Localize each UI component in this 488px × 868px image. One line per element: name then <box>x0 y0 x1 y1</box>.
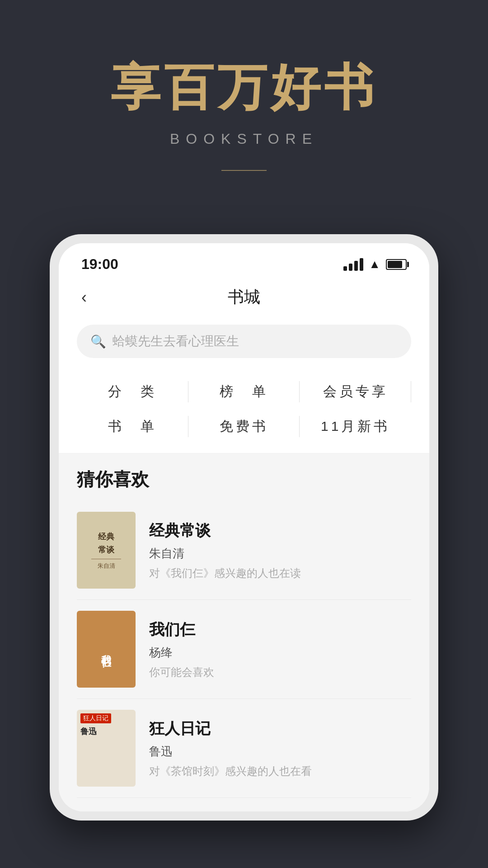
back-button[interactable]: ‹ <box>81 288 87 307</box>
book-cover-1: 经典常谈 朱自清 <box>77 512 136 589</box>
category-item-classify[interactable]: 分 类 <box>77 374 188 409</box>
book-desc-2: 你可能会喜欢 <box>149 665 214 679</box>
hero-subtitle: BOOKSTORE <box>170 131 318 147</box>
status-bar: 19:00 ▲ <box>59 243 429 277</box>
battery-icon <box>386 259 407 270</box>
book-info-1: 经典常谈 朱自清 对《我们仨》感兴趣的人也在读 <box>149 512 301 589</box>
category-item-booklist[interactable]: 书 单 <box>77 409 188 444</box>
category-item-vip[interactable]: 会员专享 <box>300 374 411 409</box>
book-item-2[interactable]: 我们仨 我们仨 杨绛 你可能会喜欢 <box>77 600 411 699</box>
hero-section: 享百万好书 BOOKSTORE <box>0 0 488 207</box>
hero-divider <box>221 170 267 171</box>
book-desc-1: 对《我们仨》感兴趣的人也在读 <box>149 566 301 580</box>
book-author-3: 鲁迅 <box>149 744 312 760</box>
signal-icon <box>343 258 363 271</box>
category-item-newbooks[interactable]: 11月新书 <box>300 409 411 444</box>
category-item-free[interactable]: 免费书 <box>188 409 300 444</box>
status-time: 19:00 <box>81 256 118 273</box>
nav-bar: ‹ 书城 <box>59 277 429 317</box>
book-desc-3: 对《茶馆时刻》感兴趣的人也在看 <box>149 764 312 778</box>
phone-mockup: 19:00 ▲ ‹ 书城 🔍 蛤蟆先生去看心理医生 <box>50 234 438 821</box>
book-info-2: 我们仨 杨绛 你可能会喜欢 <box>149 611 214 688</box>
search-placeholder-text: 蛤蟆先生去看心理医生 <box>113 333 239 350</box>
search-bar[interactable]: 🔍 蛤蟆先生去看心理医生 <box>77 325 411 358</box>
hero-title: 享百万好书 <box>111 54 377 122</box>
book-author-1: 朱自清 <box>149 546 301 561</box>
book-cover-3: 狂人日记 鲁迅 <box>77 710 136 787</box>
category-grid: 分 类 榜 单 会员专享 书 单 免费书 11月新书 <box>59 365 429 453</box>
book-title-2: 我们仨 <box>149 619 214 640</box>
phone-screen: 19:00 ▲ ‹ 书城 🔍 蛤蟆先生去看心理医生 <box>59 243 429 811</box>
book-item-3[interactable]: 狂人日记 鲁迅 狂人日记 鲁迅 对《茶馆时刻》感兴趣的人也在看 <box>77 699 411 798</box>
page-title: 书城 <box>228 286 260 308</box>
book-item-1[interactable]: 经典常谈 朱自清 经典常谈 朱自清 对《我们仨》感兴趣的人也在读 <box>77 501 411 600</box>
recommendations-section: 猜你喜欢 经典常谈 朱自清 经典常谈 朱自清 对《我们仨》感兴趣的人也在读 我们… <box>59 453 429 811</box>
book-author-2: 杨绛 <box>149 645 214 660</box>
category-item-ranking[interactable]: 榜 单 <box>188 374 300 409</box>
book-info-3: 狂人日记 鲁迅 对《茶馆时刻》感兴趣的人也在看 <box>149 710 312 787</box>
recommendations-title: 猜你喜欢 <box>77 467 411 492</box>
wifi-icon: ▲ <box>369 257 380 271</box>
status-icons: ▲ <box>343 257 407 271</box>
book-title-1: 经典常谈 <box>149 520 301 541</box>
search-icon: 🔍 <box>90 334 106 349</box>
book-title-3: 狂人日记 <box>149 718 312 739</box>
book-cover-2: 我们仨 <box>77 611 136 688</box>
